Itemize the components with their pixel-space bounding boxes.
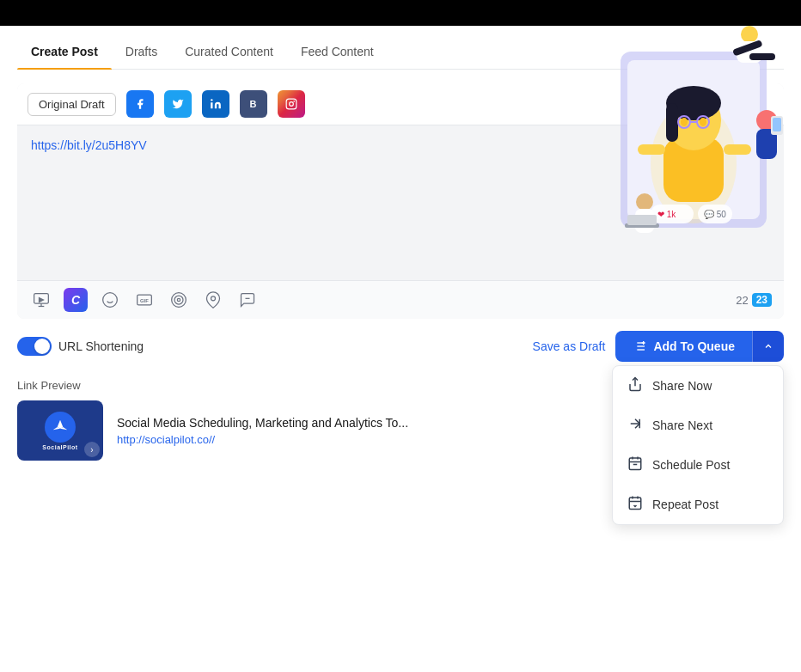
twitter-char-count: 23 bbox=[752, 293, 772, 307]
share-now-icon bbox=[627, 376, 644, 395]
svg-point-45 bbox=[177, 298, 180, 301]
svg-point-30 bbox=[211, 99, 212, 101]
schedule-post-icon bbox=[627, 455, 644, 474]
location-icon[interactable] bbox=[201, 288, 225, 312]
queue-dropdown-toggle[interactable] bbox=[752, 331, 784, 362]
sp-circle-btn[interactable]: › bbox=[84, 442, 100, 457]
save-draft-button[interactable]: Save as Draft bbox=[533, 339, 606, 353]
url-shortening-toggle-group: URL Shortening bbox=[17, 337, 144, 356]
repeat-post-item[interactable]: Repeat Post bbox=[613, 485, 783, 524]
linkedin-icon-btn[interactable] bbox=[202, 90, 229, 118]
add-queue-group: Add To Queue Share Now bbox=[615, 331, 784, 362]
twitter-icon-btn[interactable] bbox=[164, 90, 192, 118]
black-bar bbox=[0, 0, 801, 26]
tab-feed-content[interactable]: Feed Content bbox=[287, 34, 388, 69]
sp-logo-text: SocialPilot bbox=[42, 444, 77, 450]
schedule-post-item[interactable]: Schedule Post bbox=[613, 445, 783, 485]
char-count: 22 23 bbox=[736, 293, 772, 307]
url-shortening-label: URL Shortening bbox=[58, 339, 144, 353]
editor-header: Original Draft bbox=[17, 83, 784, 125]
gif-icon[interactable]: GIF bbox=[132, 288, 156, 312]
editor-toolbar: C GIF bbox=[17, 280, 784, 319]
repeat-post-icon bbox=[627, 495, 644, 514]
content-icon[interactable]: C bbox=[64, 288, 88, 312]
instagram-icon-btn[interactable] bbox=[278, 90, 305, 118]
tab-curated-content[interactable]: Curated Content bbox=[171, 34, 287, 69]
char-count-left: 22 bbox=[736, 294, 748, 307]
svg-text:GIF: GIF bbox=[140, 298, 149, 303]
tabs-nav: Create Post Drafts Curated Content Feed … bbox=[17, 26, 784, 70]
svg-point-44 bbox=[174, 296, 183, 304]
svg-point-46 bbox=[211, 296, 216, 301]
post-url-link[interactable]: https://bit.ly/2u5H8YV bbox=[31, 138, 147, 152]
svg-point-38 bbox=[103, 293, 118, 308]
tab-drafts[interactable]: Drafts bbox=[112, 34, 171, 69]
svg-marker-37 bbox=[40, 298, 44, 302]
svg-rect-31 bbox=[286, 99, 297, 109]
target-icon[interactable] bbox=[167, 288, 191, 312]
svg-point-33 bbox=[293, 101, 294, 102]
share-next-icon bbox=[627, 416, 644, 435]
share-next-item[interactable]: Share Next bbox=[613, 406, 783, 445]
repeat-post-label: Repeat Post bbox=[652, 498, 718, 511]
add-to-queue-button[interactable]: Add To Queue bbox=[615, 331, 752, 362]
comment-icon[interactable] bbox=[235, 288, 260, 312]
action-bar: URL Shortening Save as Draft Add To Queu… bbox=[17, 331, 784, 362]
share-next-label: Share Next bbox=[652, 418, 712, 432]
svg-point-32 bbox=[289, 102, 293, 107]
tab-create-post[interactable]: Create Post bbox=[17, 34, 112, 69]
link-preview-thumbnail: SocialPilot › bbox=[17, 400, 103, 461]
share-now-item[interactable]: Share Now bbox=[613, 366, 783, 406]
original-draft-tab[interactable]: Original Draft bbox=[28, 93, 116, 116]
svg-point-43 bbox=[172, 293, 186, 308]
sp-logo-icon bbox=[45, 412, 76, 443]
share-now-label: Share Now bbox=[652, 379, 712, 393]
add-to-queue-label: Add To Queue bbox=[653, 339, 735, 353]
url-shortening-toggle[interactable] bbox=[17, 337, 52, 356]
socialpilot-logo: SocialPilot bbox=[42, 412, 77, 450]
post-text-area[interactable]: https://bit.ly/2u5H8YV bbox=[17, 125, 784, 280]
facebook-icon-btn[interactable] bbox=[126, 90, 154, 118]
post-editor: Original Draft bbox=[17, 83, 784, 319]
emoji-icon[interactable] bbox=[98, 288, 122, 312]
queue-dropdown-menu: Share Now Share Next bbox=[612, 365, 784, 525]
media-icon[interactable] bbox=[29, 288, 53, 312]
buffer-icon-btn[interactable]: B bbox=[240, 90, 267, 118]
schedule-post-label: Schedule Post bbox=[652, 458, 730, 472]
